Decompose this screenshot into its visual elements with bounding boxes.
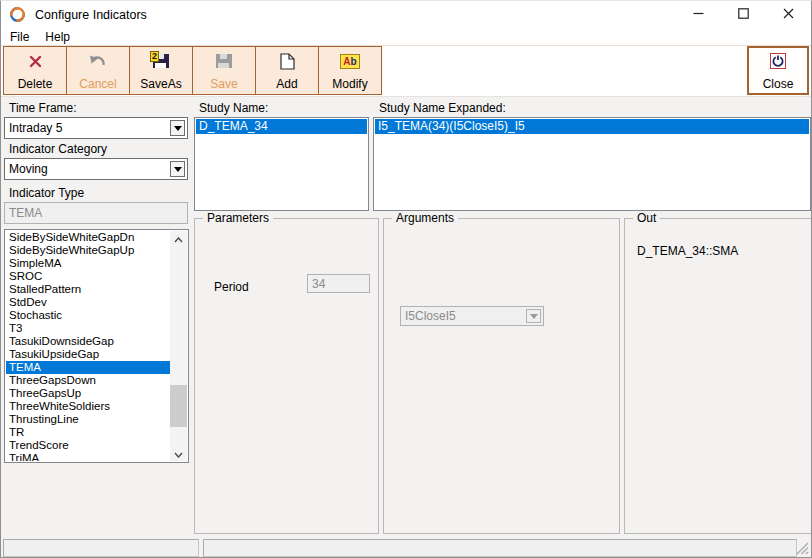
list-item[interactable]: TrendScore [6, 439, 170, 452]
app-logo-icon [9, 6, 26, 23]
indicator-list: SideBySideWhiteGapDn SideBySideWhiteGapU… [6, 231, 170, 461]
close-window-button[interactable] [766, 1, 811, 28]
modify-button[interactable]: Modify [318, 46, 382, 95]
delete-x-icon [28, 52, 43, 70]
chevron-down-icon [174, 126, 182, 131]
scroll-down-button[interactable] [170, 446, 187, 461]
scroll-up-button[interactable] [170, 231, 187, 246]
study-name-expanded-listbox: I5_TEMA(34)(I5CloseI5)_I5 [373, 117, 811, 211]
menu-help[interactable]: Help [45, 30, 70, 44]
menu-bar: File Help [1, 28, 811, 45]
list-item[interactable]: TR [6, 426, 170, 439]
undo-arrow-icon [89, 52, 107, 70]
period-value: 34 [312, 277, 325, 291]
add-button-label: Add [276, 77, 297, 91]
arguments-group: Arguments I5CloseI5 [383, 218, 620, 534]
new-document-icon [280, 52, 295, 70]
arguments-dropdown-button [526, 309, 541, 323]
out-value: D_TEMA_34::SMA [637, 244, 738, 258]
study-name-expanded-label: Study Name Expanded: [379, 101, 506, 115]
out-group-title: Out [633, 211, 660, 225]
list-item[interactable]: TEMA [6, 361, 170, 374]
rename-ab-icon [340, 52, 359, 70]
time-frame-label: Time Frame: [9, 101, 77, 115]
close-button[interactable]: Close [747, 46, 809, 95]
toolbar: Delete Cancel SaveAs [1, 45, 811, 97]
arguments-combobox-value: I5CloseI5 [405, 309, 456, 323]
menu-file[interactable]: File [10, 30, 29, 44]
indicator-type-label: Indicator Type [9, 186, 84, 200]
time-frame-dropdown-button[interactable] [170, 120, 185, 136]
list-item[interactable]: StdDev [6, 296, 170, 309]
cancel-button[interactable]: Cancel [66, 46, 130, 95]
delete-button[interactable]: Delete [3, 46, 67, 95]
list-item[interactable]: ThrustingLine [6, 413, 170, 426]
save-button[interactable]: Save [192, 46, 256, 95]
window-title: Configure Indicators [35, 8, 147, 22]
study-name-list: D_TEMA_34 [196, 119, 367, 134]
indicator-type-field: TEMA [4, 202, 188, 224]
period-field: 34 [307, 274, 370, 293]
indicator-category-value: Moving [9, 162, 48, 176]
status-panel-right [203, 539, 797, 557]
resize-grip-icon[interactable] [796, 542, 809, 555]
chevron-down-icon [174, 167, 182, 172]
list-item[interactable]: D_TEMA_34 [196, 119, 367, 134]
chevron-down-icon [174, 447, 183, 461]
list-item[interactable]: T3 [6, 322, 170, 335]
close-icon [783, 8, 794, 22]
save-as-button-label: SaveAs [140, 77, 181, 91]
indicator-category-combobox[interactable]: Moving [4, 158, 188, 180]
indicator-list-scrollbar[interactable] [170, 231, 187, 461]
list-item[interactable]: SROC [6, 270, 170, 283]
list-item[interactable]: ThreeGapsUp [6, 387, 170, 400]
configure-indicators-window: Configure Indicators File Help [0, 0, 812, 558]
arguments-combobox: I5CloseI5 [400, 306, 544, 326]
title-bar: Configure Indicators [1, 1, 811, 28]
status-panel-left [3, 539, 199, 557]
toolbar-button-group: Delete Cancel SaveAs [3, 46, 382, 95]
parameters-group-title: Parameters [203, 211, 273, 225]
list-item[interactable]: ThreeWhiteSoldiers [6, 400, 170, 413]
list-item[interactable]: TriMA [6, 452, 170, 461]
scrollbar-thumb[interactable] [170, 385, 187, 427]
maximize-button[interactable] [721, 1, 766, 28]
arguments-group-title: Arguments [392, 211, 458, 225]
add-button[interactable]: Add [255, 46, 319, 95]
indicator-category-dropdown-button[interactable] [170, 161, 185, 177]
list-item[interactable]: I5_TEMA(34)(I5CloseI5)_I5 [375, 119, 809, 134]
indicator-type-value: TEMA [9, 206, 42, 220]
list-item[interactable]: TasukiUpsideGap [6, 348, 170, 361]
delete-button-label: Delete [18, 77, 53, 91]
cancel-button-label: Cancel [79, 77, 116, 91]
chevron-up-icon [174, 232, 183, 246]
out-group: Out D_TEMA_34::SMA [624, 218, 812, 534]
study-name-label: Study Name: [199, 101, 268, 115]
maximize-icon [738, 8, 749, 22]
period-label: Period [214, 280, 249, 294]
list-item[interactable]: ThreeGapsDown [6, 374, 170, 387]
power-icon [770, 52, 786, 70]
list-item[interactable]: SideBySideWhiteGapUp [6, 244, 170, 257]
time-frame-combobox[interactable]: Intraday 5 [4, 117, 188, 139]
indicator-listbox: SideBySideWhiteGapDn SideBySideWhiteGapU… [4, 229, 189, 463]
indicator-category-label: Indicator Category [9, 142, 107, 156]
list-item[interactable]: Stochastic [6, 309, 170, 322]
save-button-label: Save [210, 77, 237, 91]
list-item[interactable]: SideBySideWhiteGapDn [6, 231, 170, 244]
close-button-label: Close [763, 77, 794, 91]
study-name-listbox: D_TEMA_34 [194, 117, 369, 211]
save-as-floppy-icon [153, 52, 169, 70]
window-controls [676, 1, 811, 28]
list-item[interactable]: SimpleMA [6, 257, 170, 270]
save-as-button[interactable]: SaveAs [129, 46, 193, 95]
study-name-expanded-list: I5_TEMA(34)(I5CloseI5)_I5 [375, 119, 809, 134]
list-item[interactable]: StalledPattern [6, 283, 170, 296]
minimize-button[interactable] [676, 1, 721, 28]
list-item[interactable]: TasukiDownsideGap [6, 335, 170, 348]
parameters-group: Parameters Period 34 [194, 218, 379, 534]
modify-button-label: Modify [332, 77, 367, 91]
chevron-down-icon [530, 314, 538, 319]
time-frame-value: Intraday 5 [9, 121, 62, 135]
minimize-icon [693, 8, 704, 22]
